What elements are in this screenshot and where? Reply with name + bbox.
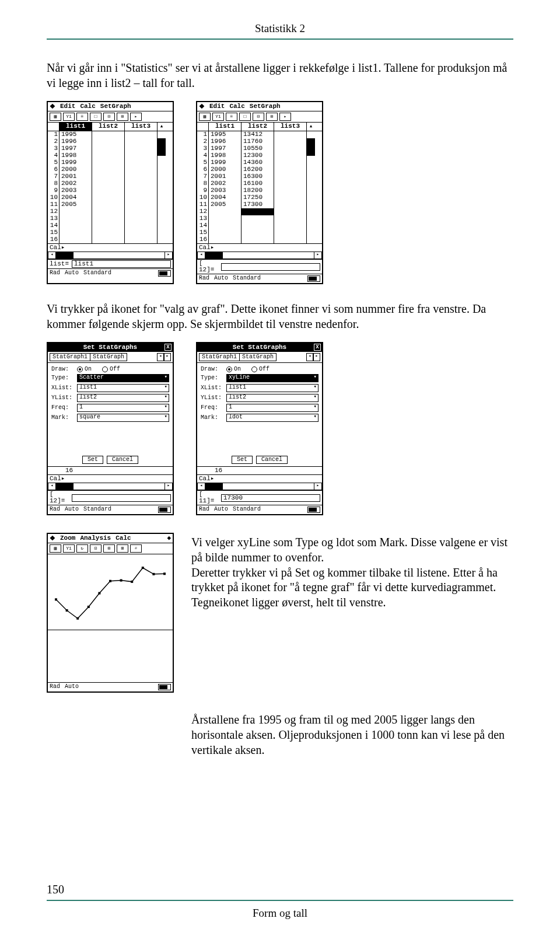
listeq-field[interactable]: list1 (72, 260, 171, 268)
tab-right-icon[interactable]: ▸ (164, 353, 171, 361)
plot-and-text-row: ❖ Zoom Analysis Calc ◆ ▦Y1 ↻⊡ ⊞⊠ ⌕ RadAu… (47, 533, 513, 693)
menu-analysis[interactable]: Analysis (80, 535, 111, 542)
calc-toolbar[interactable]: ▦ Y1 ≡ □ ⊟ ⊞ ▸ (48, 111, 173, 123)
scroll-up-icon[interactable]: ▴ (158, 123, 166, 131)
menu-calc[interactable]: Calc (116, 535, 131, 542)
set-button[interactable]: Set (232, 456, 253, 464)
paragraph-4: Årstallene fra 1995 og fram til og med 2… (191, 710, 513, 757)
col-header-list3[interactable]: list3 (125, 123, 158, 131)
tab-statgraph1[interactable]: StatGraph1 (50, 353, 90, 361)
close-icon[interactable]: X (164, 344, 172, 351)
svg-rect-7 (131, 581, 133, 583)
paragraph-2: Vi trykker på ikonet for "valg av graf".… (47, 302, 513, 331)
col-header-list1[interactable]: list1 (60, 123, 92, 131)
radio-on[interactable] (77, 366, 83, 372)
svg-rect-5 (109, 580, 111, 582)
tool-icon-7[interactable]: ▸ (130, 113, 142, 121)
tool-icon-4[interactable]: □ (90, 113, 102, 121)
calc-plot-screen: ❖ Zoom Analysis Calc ◆ ▦Y1 ↻⊡ ⊞⊠ ⌕ RadAu… (47, 533, 174, 693)
plot-menubar[interactable]: ❖ Zoom Analysis Calc ◆ (48, 534, 173, 543)
type-dropdown[interactable]: Scatter (77, 374, 169, 382)
tool-icon-1[interactable]: ▦ (50, 113, 61, 121)
radio-off[interactable] (102, 366, 108, 372)
dialog-title: Set StatGraphs X (48, 343, 173, 352)
page-number: 150 (47, 883, 513, 896)
set-button[interactable]: Set (82, 456, 103, 464)
xlist-dropdown[interactable]: list1 (77, 384, 169, 392)
diamond-icon: ◆ (167, 535, 171, 542)
cancel-button[interactable]: Cancel (256, 456, 288, 464)
statgraph-dialog-1: Set StatGraphs X StatGraph1 StatGraph ◂▸… (47, 342, 174, 515)
screenshots-row-2: Set StatGraphs X StatGraph1 StatGraph ◂▸… (47, 342, 513, 515)
svg-rect-9 (152, 573, 155, 575)
freq-dropdown[interactable]: 1 (77, 404, 169, 412)
statgraph-dialog-2: Set StatGraphs X StatGraph1 StatGraph ◂▸… (196, 342, 323, 515)
menu-setgraph[interactable]: SetGraph (100, 103, 131, 110)
plot-toolbar[interactable]: ▦Y1 ↻⊡ ⊞⊠ ⌕ (48, 543, 173, 554)
calc-menubar[interactable]: ❖ Edit Calc SetGraph (197, 102, 322, 111)
cancel-button[interactable]: Cancel (107, 456, 138, 464)
tab-left-icon[interactable]: ◂ (157, 353, 164, 361)
calc-list-screen-2: ❖ Edit Calc SetGraph ▦Y1 ≡□ ⊟⊞ ▸ list1 l… (196, 101, 323, 284)
chart-svg (48, 554, 173, 630)
menu-chevron-icon: ❖ (50, 103, 55, 110)
svg-rect-2 (76, 617, 79, 620)
list1-column[interactable]: 199519961997 199819992000 200120022003 2… (60, 131, 92, 243)
page-header: Statistikk 2 (47, 0, 513, 35)
screenshots-row-1: ❖ Edit Calc SetGraph ▦ Y1 ≡ □ ⊟ ⊞ ▸ list… (47, 101, 513, 284)
svg-rect-3 (88, 606, 90, 608)
paragraph-1: Når vi går inn i "Statistics" ser vi at … (47, 61, 513, 90)
menu-chevron-icon: ❖ (50, 535, 55, 542)
svg-rect-0 (55, 599, 57, 601)
list2-values[interactable]: 134121176010550 123001436016200 16300161… (242, 131, 274, 243)
tool-icon-6[interactable]: ⊞ (117, 113, 128, 121)
footer-rule (47, 900, 513, 901)
svg-rect-1 (66, 609, 68, 612)
tool-icon-5[interactable]: ⊟ (103, 113, 115, 121)
vertical-scrollbar[interactable] (158, 131, 166, 243)
ylist-dropdown[interactable]: list2 (77, 394, 169, 402)
menu-calc[interactable]: Calc (80, 103, 95, 110)
header-rule (47, 39, 513, 40)
plot-lower-pane (48, 630, 173, 683)
close-icon[interactable]: X (314, 344, 321, 351)
col-header-list2[interactable]: list2 (92, 123, 125, 131)
svg-rect-4 (98, 592, 100, 595)
list2-column[interactable] (92, 131, 125, 243)
listeq-label: list= (50, 261, 72, 267)
mark-dropdown[interactable]: square (77, 414, 169, 422)
tab-statgraph2[interactable]: StatGraph (90, 353, 127, 361)
status-bar: RadAutoStandard (48, 269, 173, 278)
battery-icon (158, 270, 171, 277)
menu-zoom[interactable]: Zoom (60, 535, 75, 542)
tool-icon-2[interactable]: Y1 (63, 113, 75, 121)
xy-line-plot (48, 554, 173, 630)
calc-list-screen-1: ❖ Edit Calc SetGraph ▦ Y1 ≡ □ ⊟ ⊞ ▸ list… (47, 101, 174, 284)
svg-rect-6 (120, 579, 123, 582)
tool-icon-3[interactable]: ≡ (76, 113, 88, 121)
list3-column[interactable] (125, 131, 158, 243)
menu-chevron-icon: ❖ (199, 103, 205, 110)
svg-rect-10 (163, 573, 166, 575)
selected-cell[interactable] (242, 208, 274, 215)
footer-label: Form og tall (47, 907, 513, 920)
horizontal-scrollbar[interactable]: ◂▸ (48, 252, 173, 260)
calc-toolbar[interactable]: ▦Y1 ≡□ ⊟⊞ ▸ (197, 111, 322, 123)
row-numbers: 12345678 910111213141516 (48, 131, 60, 243)
paragraph-3: Vi velger xyLine som Type og ldot som Ma… (191, 533, 513, 610)
menu-edit[interactable]: Edit (60, 103, 75, 110)
blank-and-text-row: Årstallene fra 1995 og fram til og med 2… (47, 710, 513, 768)
svg-rect-8 (142, 567, 144, 569)
cal-label[interactable]: Cal▸ (50, 245, 72, 251)
calc-menubar[interactable]: ❖ Edit Calc SetGraph (48, 102, 173, 111)
